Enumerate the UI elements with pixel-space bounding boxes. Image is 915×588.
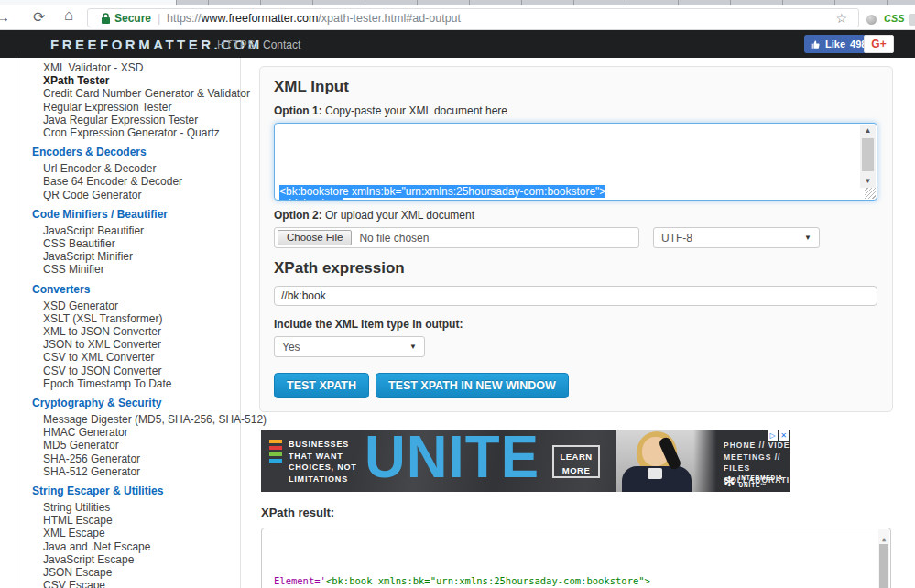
sidebar-item[interactable]: JavaScript Beautifier	[32, 224, 240, 237]
test-xpath-new-window-button[interactable]: TEST XPATH IN NEW WINDOW	[376, 373, 569, 398]
ad-bar-orange	[269, 440, 282, 443]
ad-close-icon[interactable]: ✕	[779, 430, 789, 441]
main-column: XML Input Option 1: Copy-paste your XML …	[259, 66, 893, 588]
file-upload-row: Choose File No file chosen UTF-8 ▼	[274, 227, 878, 248]
sidebar-item[interactable]: Epoch Timestamp To Date	[32, 377, 240, 390]
sidebar-item[interactable]: Base 64 Encoder & Decoder	[32, 175, 240, 188]
ad-color-bars	[269, 440, 282, 465]
url-separator: |	[158, 11, 160, 25]
sidebar-item[interactable]: String Utilities	[32, 501, 240, 514]
ad-tagline: BUSINESSES THAT WANT CHOICES, NOT LIMITA…	[289, 439, 357, 485]
sidebar-item[interactable]: CSV to XML Converter	[32, 351, 240, 364]
xml-input-title: XML Input	[274, 78, 878, 96]
sidebar-item[interactable]: CSS Minifier	[32, 263, 240, 276]
scroll-up-icon[interactable]: ▲	[860, 125, 876, 137]
sidebar-group-converters: Converters XSD GeneratorXSLT (XSL Transf…	[32, 283, 240, 390]
sidebar-heading[interactable]: Code Minifiers / Beautifier	[32, 208, 240, 221]
no-file-label: No file chosen	[359, 232, 429, 245]
ad-headline: UNITE	[365, 430, 539, 491]
sidebar-item[interactable]: XML Validator - XSD	[32, 61, 240, 74]
sidebar-item[interactable]: Java Regular Expression Tester	[32, 114, 240, 126]
include-type-select[interactable]: Yes ▼	[274, 336, 425, 357]
sidebar-group-escapers: String Escaper & Utilities String Utilit…	[32, 485, 240, 588]
extension-partial-icon[interactable]	[909, 14, 915, 26]
sidebar-item[interactable]: Url Encoder & Decoder	[32, 162, 240, 175]
resize-grip[interactable]	[865, 188, 876, 199]
sidebar-group-crypto: Cryptography & Security Message Digester…	[32, 397, 240, 478]
sidebar-heading[interactable]: Encoders & Decoders	[32, 146, 240, 158]
sidebar-item[interactable]: HTML Escape	[32, 514, 240, 527]
address-bar[interactable]: Secure | https://www.freeformatter.com/x…	[87, 8, 859, 27]
ad-bar-blue	[269, 459, 282, 463]
bookmark-star-icon[interactable]: ☆	[835, 11, 847, 26]
sidebar-item[interactable]: SHA-256 Generator	[32, 452, 240, 465]
scroll-down-icon[interactable]: ▼	[860, 175, 876, 188]
ad-photo-woman-on-phone	[616, 430, 717, 492]
sidebar-item[interactable]: JavaScript Escape	[32, 553, 240, 566]
scrollbar-thumb[interactable]	[879, 544, 888, 588]
test-xpath-button[interactable]: TEST XPATH	[274, 373, 369, 398]
sidebar-heading[interactable]: Converters	[32, 283, 240, 296]
home-icon[interactable]: ⌂	[64, 6, 73, 25]
xpath-expression-input[interactable]: //bk:book	[274, 286, 877, 306]
sidebar-item[interactable]: HMAC Generator	[32, 426, 240, 439]
browser-chrome: → ⟳ ⌂ Secure | https://www.freeformatter…	[0, 0, 915, 30]
ad-bar-green	[269, 452, 282, 456]
sidebar-item[interactable]: XML Escape	[32, 527, 240, 539]
ad-brand-logo: ✻ INTERMEDIAUNITE™	[724, 474, 783, 488]
sidebar-item[interactable]: JSON Escape	[32, 566, 240, 579]
sidebar-heading[interactable]: Cryptography & Security	[32, 397, 240, 409]
nav-https[interactable]: HTTPS	[217, 38, 256, 51]
sidebar-item[interactable]: SHA-512 Generator	[32, 465, 240, 478]
sidebar-item[interactable]: Message Digester (MD5, SHA-256, SHA-512)	[32, 413, 240, 426]
ad-bar-red	[269, 446, 282, 450]
result-prefix: Element='	[274, 575, 326, 586]
file-input[interactable]: Choose File No file chosen	[274, 227, 639, 248]
xpath-result-label: XPath result:	[261, 506, 893, 519]
reload-icon[interactable]: ⟳	[33, 8, 45, 27]
sidebar-item[interactable]: CSV to JSON Converter	[32, 365, 240, 377]
sidebar-item[interactable]: XPath Tester	[32, 74, 240, 87]
extension-icon[interactable]	[866, 15, 877, 25]
sidebar-item[interactable]: XML to JSON Converter	[32, 325, 240, 338]
ad-learn-more-button[interactable]: LEARN MORE	[552, 445, 600, 478]
sidebar-item[interactable]: Cron Expression Generator - Quartz	[32, 126, 240, 139]
sidebar-item[interactable]: XSD Generator	[32, 299, 240, 312]
url-text[interactable]: https://www.freeformatter.com/xpath-test…	[167, 12, 461, 25]
sidebar-item[interactable]: XSLT (XSL Transformer)	[32, 312, 240, 325]
sidebar-item[interactable]: CSV Escape	[32, 579, 240, 588]
button-row: TEST XPATH TEST XPATH IN NEW WINDOW	[274, 373, 878, 398]
forward-arrow-icon[interactable]: →	[0, 8, 10, 27]
textarea-scrollbar[interactable]: ▲ ▼	[860, 125, 876, 188]
result-scrollbar[interactable]: ▲	[878, 529, 889, 588]
nav-contact[interactable]: Contact	[263, 38, 300, 51]
sidebar-item[interactable]: Credit Card Number Generator & Validator	[32, 87, 240, 100]
css-extension-icon[interactable]: CSS	[884, 13, 905, 24]
scrollbar-thumb[interactable]	[862, 138, 874, 171]
sidebar-group-minifiers: Code Minifiers / Beautifier JavaScript B…	[32, 208, 240, 277]
sidebar-item[interactable]: CSS Beautifier	[32, 237, 240, 250]
xml-input-textarea[interactable]: <bk:bookstore xmlns:bk="urn:xmlns:25hour…	[274, 123, 877, 201]
thumbs-up-icon	[811, 39, 821, 49]
xml-line-selected: <bk:book>	[279, 197, 343, 201]
sidebar-item[interactable]: Java and .Net Escape	[32, 540, 240, 553]
chevron-down-icon: ▼	[409, 343, 417, 351]
google-plus-button[interactable]: G+	[864, 35, 894, 53]
chevron-down-icon: ▼	[804, 234, 812, 242]
xml-line-selected: <bk:bookstore xmlns:bk="urn:xmlns:25hour…	[279, 185, 605, 198]
sidebar-heading[interactable]: String Escaper & Utilities	[32, 485, 240, 497]
encoding-select[interactable]: UTF-8 ▼	[653, 227, 820, 248]
sidebar-group-validators: XML Validator - XSDXPath TesterCredit Ca…	[32, 61, 240, 139]
sidebar-item[interactable]: MD5 Generator	[32, 439, 240, 452]
sidebar-item[interactable]: JavaScript Minifier	[32, 250, 240, 263]
sidebar-item[interactable]: QR Code Generator	[32, 189, 240, 201]
adchoices-icon[interactable]: ▷	[768, 430, 778, 441]
intermedia-logo-icon: ✻	[724, 475, 735, 488]
sidebar-item[interactable]: JSON to XML Converter	[32, 338, 240, 351]
ad-banner[interactable]: BUSINESSES THAT WANT CHOICES, NOT LIMITA…	[261, 430, 790, 492]
xpath-result-output: Element='<bk:book xmlns:bk="urn:xmlns:25…	[261, 528, 891, 588]
sidebar-item[interactable]: Regular Expression Tester	[32, 101, 240, 114]
choose-file-button[interactable]: Choose File	[278, 230, 352, 245]
secure-label: Secure	[114, 12, 151, 25]
page-content: XML Validator - XSDXPath TesterCredit Ca…	[0, 58, 915, 588]
